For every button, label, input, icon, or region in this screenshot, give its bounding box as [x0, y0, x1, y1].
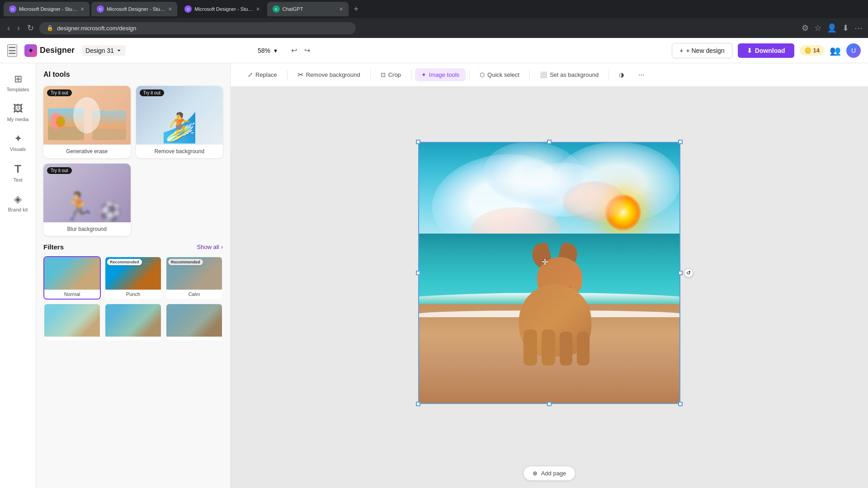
redo-button[interactable]: ↪: [302, 44, 312, 56]
forward-button[interactable]: ›: [15, 22, 22, 35]
handle-bottom-left[interactable]: [416, 402, 420, 406]
ai-tool-remove-bg[interactable]: Try it out 🏄 Remove background: [136, 86, 223, 158]
zoom-control: ↩ ↪: [289, 44, 312, 56]
tab-favicon-2: D: [97, 5, 104, 13]
sidebar-item-templates[interactable]: ⊞ Templates: [2, 69, 34, 97]
extensions-icon[interactable]: ⚙: [802, 23, 809, 33]
handle-top-center[interactable]: [547, 140, 552, 144]
download-manager-icon[interactable]: ⬇: [842, 23, 849, 33]
filters-title: Filters: [43, 243, 64, 251]
handle-top-right[interactable]: [678, 140, 683, 144]
ai-tools-title: AI tools: [43, 70, 223, 79]
browser-toolbar: ‹ › ↻ 🔒 designer.microsoft.com/design ⚙ …: [0, 18, 868, 38]
new-design-button[interactable]: + + New design: [672, 43, 732, 58]
generative-erase-label: Generative erase: [43, 145, 131, 158]
browser-tab-3[interactable]: D Microsoft Designer - Stunning ×: [179, 2, 265, 16]
filter-label-4: [44, 337, 100, 340]
more-button[interactable]: ⋯: [632, 68, 651, 81]
tab-favicon-3: D: [184, 5, 192, 13]
sidebar-label-brand: Brand kit: [8, 207, 28, 212]
ai-tools-grid: Try it out Generative erase: [43, 86, 223, 236]
show-all-button[interactable]: Show all ›: [197, 244, 223, 250]
share-button[interactable]: 👥: [830, 45, 841, 56]
canvas-wrapper[interactable]: ✛ ↺: [418, 142, 680, 404]
bookmark-icon[interactable]: ☆: [814, 23, 821, 33]
add-page-button[interactable]: ⊕ Add page: [523, 466, 576, 481]
quick-select-button[interactable]: ⬡ Quick select: [473, 68, 526, 81]
replace-button[interactable]: ⤢ Replace: [241, 68, 283, 81]
filter-card-6[interactable]: [165, 303, 223, 341]
refresh-button[interactable]: ↻: [25, 21, 36, 35]
download-icon: ⬇: [747, 47, 752, 54]
handle-middle-right[interactable]: [678, 271, 683, 275]
canvas-image: ✛: [418, 142, 680, 404]
tab-label-chatgpt: ChatGPT: [283, 6, 303, 12]
undo-button[interactable]: ↩: [289, 44, 299, 56]
text-icon: T: [14, 163, 21, 175]
ai-tool-blur-bg[interactable]: Try it out 🏃 ⚽ Blur background: [43, 164, 131, 236]
download-label: Download: [755, 47, 785, 54]
tab-label-3: Microsoft Designer - Stunning: [194, 6, 253, 12]
profile-icon[interactable]: 👤: [827, 23, 837, 33]
user-avatar[interactable]: U: [846, 43, 861, 58]
canvas-area: ⤢ Replace ✂ Remove background ⊡ Crop ✦ I…: [231, 63, 868, 488]
app: ☰ ✦ Designer Design 31 ↩ ↪ 58% ▾ + + New…: [0, 38, 868, 488]
address-bar[interactable]: 🔒 designer.microsoft.com/design: [39, 22, 356, 34]
remove-bg-label: Remove background: [136, 145, 223, 158]
download-button[interactable]: ⬇ Download: [738, 43, 794, 58]
sidebar-item-my-media[interactable]: 🖼 My media: [2, 99, 34, 127]
filter-label-calm: Calm: [166, 290, 222, 299]
ai-tool-generative-erase[interactable]: Try it out Generative erase: [43, 86, 131, 158]
filter-card-normal[interactable]: Normal: [43, 256, 101, 300]
toolbar-sep-5: [529, 70, 530, 80]
adjust-button[interactable]: ◑: [613, 68, 630, 81]
remove-bg-button[interactable]: ✂ Remove background: [291, 67, 367, 82]
filter-card-5[interactable]: [104, 303, 162, 341]
hamburger-menu[interactable]: ☰: [7, 44, 17, 57]
browser-tab-1[interactable]: D Microsoft Designer - Stunning ×: [4, 2, 90, 16]
filter-card-punch[interactable]: Recommended Punch: [104, 256, 162, 300]
filter-badge-punch: Recommended: [107, 259, 142, 265]
add-page-label: Add page: [541, 470, 566, 477]
handle-bottom-right[interactable]: [678, 402, 683, 406]
brand-icon: ✦: [24, 44, 37, 57]
show-all-label: Show all: [197, 244, 219, 250]
handle-top-left[interactable]: [416, 140, 420, 144]
filter-card-4[interactable]: [43, 303, 101, 341]
coins-value: 14: [813, 47, 820, 54]
zoom-display: 58% ▾: [258, 47, 277, 54]
set-bg-button[interactable]: ⬜ Set as background: [533, 68, 605, 81]
filter-label-punch: Punch: [105, 290, 161, 299]
design-name-control[interactable]: Design 31: [82, 45, 126, 56]
dog-leg4: [577, 332, 590, 366]
filter-label-normal: Normal: [44, 290, 100, 299]
image-tools-button[interactable]: ✦ Image tools: [415, 68, 466, 81]
filter-label-6: [166, 337, 222, 340]
tab-close-2[interactable]: ×: [168, 5, 172, 13]
sidebar-item-brand-kit[interactable]: ◈ Brand kit: [2, 189, 34, 217]
more-icon: ⋯: [638, 71, 644, 78]
filter-badge-calm: Recommended: [168, 259, 203, 265]
handle-bottom-center[interactable]: [547, 402, 552, 406]
back-button[interactable]: ‹: [5, 22, 12, 35]
filter-thumb-4: [44, 304, 100, 337]
menu-icon[interactable]: ⋯: [854, 23, 863, 33]
tab-close-chatgpt[interactable]: ×: [339, 5, 343, 13]
new-tab-button[interactable]: +: [350, 3, 363, 16]
app-header: ☰ ✦ Designer Design 31 ↩ ↪ 58% ▾ + + New…: [0, 38, 868, 63]
filter-card-calm[interactable]: Recommended Calm: [165, 256, 223, 300]
sidebar-item-visuals[interactable]: ✦ Visuals: [2, 128, 34, 156]
handle-middle-left[interactable]: [416, 271, 420, 275]
try-it-badge-erase: Try it out: [47, 89, 72, 96]
my-media-icon: 🖼: [13, 103, 23, 115]
sidebar-item-text[interactable]: T Text: [2, 158, 34, 187]
zoom-value[interactable]: 58%: [258, 47, 270, 54]
crop-button[interactable]: ⊡ Crop: [374, 68, 407, 81]
set-bg-icon: ⬜: [540, 71, 547, 78]
rotate-handle[interactable]: ↺: [684, 268, 693, 277]
browser-tab-chatgpt[interactable]: G ChatGPT ×: [267, 2, 349, 16]
design-name-text: Design 31: [85, 47, 114, 54]
browser-tab-2[interactable]: D Microsoft Designer - Stunning ×: [91, 2, 177, 16]
tab-close-3[interactable]: ×: [256, 5, 259, 13]
tab-close-1[interactable]: ×: [80, 5, 84, 13]
